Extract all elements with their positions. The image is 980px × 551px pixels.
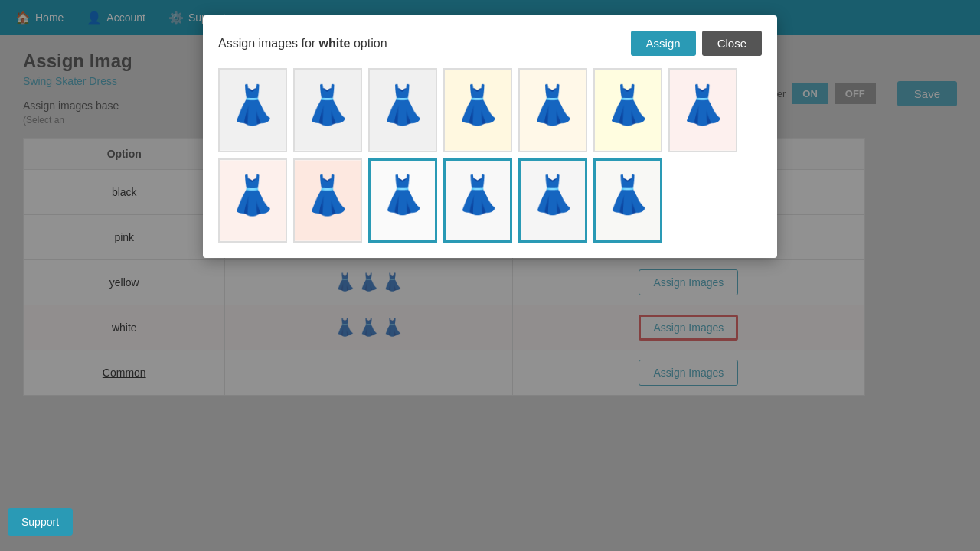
svg-text:👗: 👗 bbox=[455, 173, 501, 217]
modal-title-suffix: option bbox=[351, 37, 387, 50]
image-item-8[interactable]: 👗 bbox=[218, 158, 287, 243]
modal-close-button[interactable]: Close bbox=[702, 31, 762, 56]
modal-title-prefix: Assign images for bbox=[218, 37, 319, 50]
modal-assign-button[interactable]: Assign bbox=[631, 31, 696, 56]
modal-overlay: Assign images for white option Assign Cl… bbox=[0, 0, 980, 551]
svg-text:👗: 👗 bbox=[605, 173, 652, 217]
image-item-3[interactable]: 👗 bbox=[368, 68, 437, 152]
image-item-12[interactable]: 👗 bbox=[518, 158, 587, 243]
image-item-10[interactable]: 👗 bbox=[368, 158, 437, 243]
image-item-2[interactable]: 👗 bbox=[293, 68, 362, 152]
modal-image-grid: 👗 👗 👗 👗 bbox=[218, 68, 762, 243]
image-item-11[interactable]: 👗 bbox=[443, 158, 512, 243]
svg-text:👗: 👗 bbox=[604, 82, 652, 128]
image-item-6[interactable]: 👗 bbox=[593, 68, 662, 152]
modal-dialog: Assign images for white option Assign Cl… bbox=[203, 15, 777, 258]
svg-text:👗: 👗 bbox=[229, 82, 276, 128]
modal-header: Assign images for white option Assign Cl… bbox=[218, 31, 762, 56]
svg-text:👗: 👗 bbox=[454, 82, 501, 128]
svg-text:👗: 👗 bbox=[380, 173, 426, 217]
svg-text:👗: 👗 bbox=[229, 172, 276, 218]
image-item-13[interactable]: 👗 bbox=[593, 158, 662, 243]
support-button[interactable]: Support bbox=[8, 508, 73, 536]
image-item-5[interactable]: 👗 bbox=[518, 68, 587, 152]
image-item-1[interactable]: 👗 bbox=[218, 68, 287, 152]
modal-actions: Assign Close bbox=[631, 31, 762, 56]
svg-text:👗: 👗 bbox=[379, 82, 426, 128]
image-item-7[interactable]: 👗 bbox=[668, 68, 737, 152]
svg-text:👗: 👗 bbox=[679, 82, 727, 128]
modal-option-name: white bbox=[319, 37, 351, 50]
svg-text:👗: 👗 bbox=[530, 173, 577, 217]
svg-text:👗: 👗 bbox=[304, 172, 351, 218]
svg-text:👗: 👗 bbox=[304, 82, 351, 128]
image-item-4[interactable]: 👗 bbox=[443, 68, 512, 152]
image-item-9[interactable]: 👗 bbox=[293, 158, 362, 243]
modal-title: Assign images for white option bbox=[218, 37, 387, 51]
svg-text:👗: 👗 bbox=[529, 82, 577, 128]
